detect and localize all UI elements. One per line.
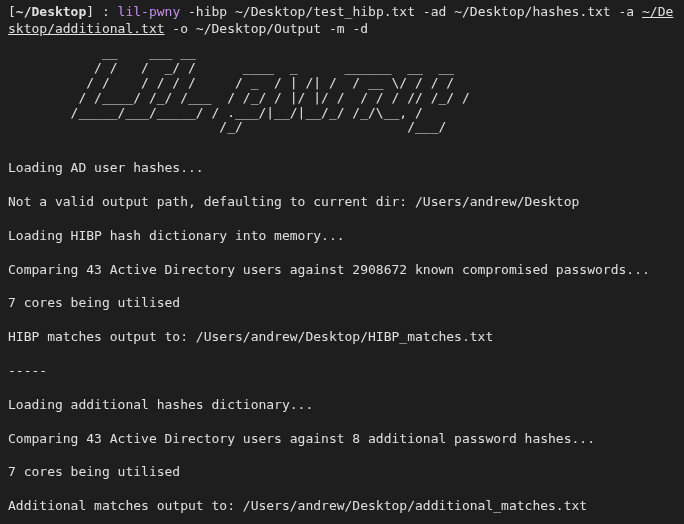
output-line: 7 cores being utilised: [8, 464, 676, 481]
output-line: Loading HIBP hash dictionary into memory…: [8, 228, 676, 245]
command-prompt: [~/Desktop] : lil-pwny -hibp ~/Desktop/t…: [8, 4, 676, 38]
output-line: 7 cores being utilised: [8, 295, 676, 312]
output-line: Loading AD user hashes...: [8, 160, 676, 177]
terminal-output: Loading AD user hashes... Not a valid ou…: [8, 143, 676, 524]
ascii-art-logo: __ ___ __ / / / _/ / ____ _ ______ __ __…: [8, 46, 676, 136]
output-line: HIBP matches output to: /Users/andrew/De…: [8, 329, 676, 346]
prompt-separator: :: [94, 4, 117, 19]
output-line: Comparing 43 Active Directory users agai…: [8, 431, 676, 448]
output-line: Additional matches output to: /Users/and…: [8, 498, 676, 515]
output-line: Loading additional hashes dictionary...: [8, 397, 676, 414]
bracket-close: ]: [86, 4, 94, 19]
output-line: Not a valid output path, defaulting to c…: [8, 194, 676, 211]
command-args-2: -o ~/Desktop/Output -m -d: [165, 21, 369, 36]
command-args-1: -hibp ~/Desktop/test_hibp.txt -ad ~/Desk…: [180, 4, 642, 19]
output-line: Comparing 43 Active Directory users agai…: [8, 262, 676, 279]
output-line: -----: [8, 363, 676, 380]
cwd-path: ~/Desktop: [16, 4, 86, 19]
command-name: lil-pwny: [118, 4, 181, 19]
bracket-open: [: [8, 4, 16, 19]
